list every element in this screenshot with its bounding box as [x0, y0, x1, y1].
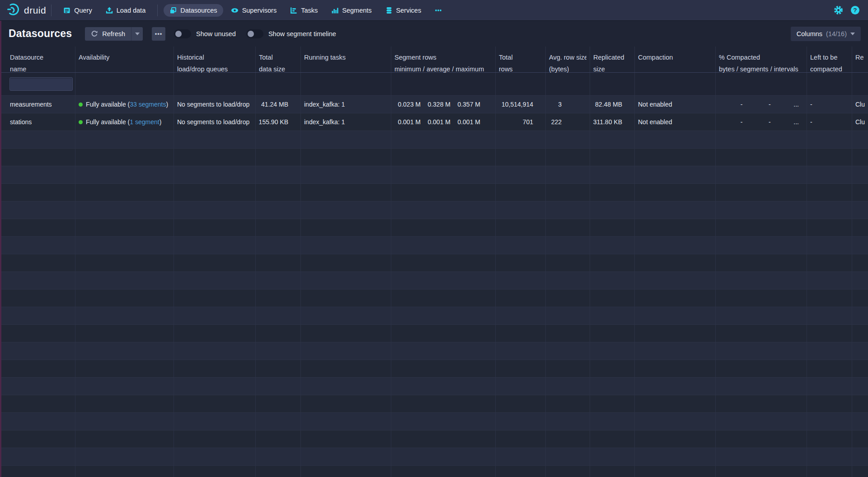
cell-replicated_size [590, 342, 635, 360]
cell-retention [852, 184, 868, 201]
column-header-availability[interactable]: Availability [75, 47, 174, 72]
cell-compaction [635, 184, 716, 201]
cell-total_rows: 10,514,914 [496, 96, 546, 113]
cell-compacted [716, 395, 807, 412]
nav-tab-query[interactable]: Query [57, 4, 98, 17]
help-icon[interactable]: ? [850, 5, 860, 15]
gear-icon[interactable] [834, 5, 843, 15]
cell-left_to_compact [807, 413, 852, 430]
cell-compaction [635, 413, 716, 430]
cell-segment_rows [391, 466, 496, 477]
cell-name [0, 219, 75, 236]
cell-compaction: Not enabled [635, 113, 716, 131]
cell-name [0, 237, 75, 254]
druid-logo[interactable]: druid [6, 3, 46, 18]
column-header-text: Replicated [593, 51, 631, 63]
sub-value: - [747, 118, 770, 126]
nav-tab-services[interactable]: Services [380, 4, 427, 17]
nav-more-button[interactable] [429, 4, 448, 17]
column-header-text: Datasource [10, 51, 72, 63]
nav-tab-load-data[interactable]: Load data [100, 4, 152, 17]
cell-compaction [635, 307, 716, 324]
cell-total_size [256, 131, 301, 148]
nav-tab-segments[interactable]: Segments [325, 4, 377, 17]
cell-availability [75, 342, 174, 360]
cell-compacted [716, 149, 807, 166]
cell-tasks [301, 395, 391, 412]
nav-tab-tasks[interactable]: Tasks [284, 4, 324, 17]
header-more-button[interactable]: ••• [152, 27, 165, 41]
cell-retention [852, 307, 868, 324]
sub-value: 0.023 M [394, 101, 421, 108]
cell-total_size: 41.24 MB [256, 96, 301, 113]
cell-queues: No segments to load/drop [174, 96, 256, 113]
cell-name [0, 184, 75, 201]
cell-total_size [256, 184, 301, 201]
cell-name: stations [0, 113, 75, 131]
show-segment-timeline-toggle[interactable] [246, 29, 263, 38]
column-header-avg_row_size[interactable]: Avg. row size(bytes) [546, 47, 590, 72]
sub-value: ... [775, 118, 799, 126]
column-header-segment_rows[interactable]: Segment rowsminimum / average / maximum [391, 47, 496, 72]
column-header-left_to_compact[interactable]: Left to becompacted [807, 47, 852, 72]
cell-compacted [716, 325, 807, 342]
cell-segment_rows [391, 272, 496, 289]
cell-queues [174, 237, 256, 254]
cell-queues [174, 184, 256, 201]
show-unused-control: Show unused [174, 29, 236, 38]
cell-retention [852, 131, 868, 148]
cell-replicated_size [590, 466, 635, 477]
column-header-replicated_size[interactable]: Replicatedsize [590, 47, 635, 72]
segments-link[interactable]: 33 segments [130, 101, 166, 108]
cell-tasks [301, 290, 391, 307]
cell-segment_rows [391, 342, 496, 360]
cell-compacted [716, 448, 807, 465]
column-header-name[interactable]: Datasourcename [0, 47, 75, 72]
cell-compacted [716, 342, 807, 360]
column-header-total_rows[interactable]: Totalrows [496, 47, 546, 72]
column-header-text: Historical [177, 51, 252, 63]
cell-total_rows [496, 131, 546, 148]
column-header-text: Compaction [638, 51, 712, 63]
cell-replicated_size [590, 272, 635, 289]
cell-queues [174, 219, 256, 236]
refresh-button[interactable]: Refresh [85, 27, 131, 41]
cell-total_size [256, 149, 301, 166]
cell-total_rows [496, 307, 546, 324]
cell-name [0, 413, 75, 430]
cell-queues [174, 448, 256, 465]
cell-left_to_compact [807, 131, 852, 148]
cell-tasks [301, 342, 391, 360]
cell-replicated_size [590, 184, 635, 201]
cell-name [0, 378, 75, 395]
nav-tab-label: Datasources [180, 7, 217, 14]
show-unused-toggle[interactable] [174, 29, 191, 38]
cell-compaction [635, 219, 716, 236]
cell-left_to_compact [807, 237, 852, 254]
cell-avg_row_size [546, 430, 590, 448]
cell-total_rows [496, 360, 546, 377]
column-header-compaction[interactable]: Compaction [635, 47, 716, 72]
cell-name [0, 325, 75, 342]
show-segment-timeline-control: Show segment timeline [246, 29, 336, 38]
cell-total_rows [496, 448, 546, 465]
segments-link[interactable]: 1 segment [130, 118, 159, 126]
sub-value: - [719, 101, 742, 108]
nav-tab-datasources[interactable]: Datasources [164, 4, 223, 17]
cell-availability [75, 131, 174, 148]
cell-availability [75, 219, 174, 236]
cell-segment_rows [391, 290, 496, 307]
columns-button[interactable]: Columns (14/16) [791, 27, 861, 41]
column-header-retention[interactable]: Re [852, 47, 868, 72]
cell-retention [852, 448, 868, 465]
column-header-tasks[interactable]: Running tasks [301, 47, 391, 72]
column-header-total_size[interactable]: Totaldata size [256, 47, 301, 72]
cell-retention [852, 219, 868, 236]
table-row-stations: stationsFully available (1 segment)No se… [0, 113, 868, 131]
refresh-dropdown-caret[interactable] [131, 27, 143, 41]
column-header-queues[interactable]: Historicalload/drop queues [174, 47, 256, 72]
column-header-compacted[interactable]: % Compactedbytes / segments / intervals [716, 47, 807, 72]
datasource-name-filter-input[interactable] [9, 77, 73, 91]
cell-tasks [301, 219, 391, 236]
nav-tab-supervisors[interactable]: Supervisors [225, 4, 283, 17]
